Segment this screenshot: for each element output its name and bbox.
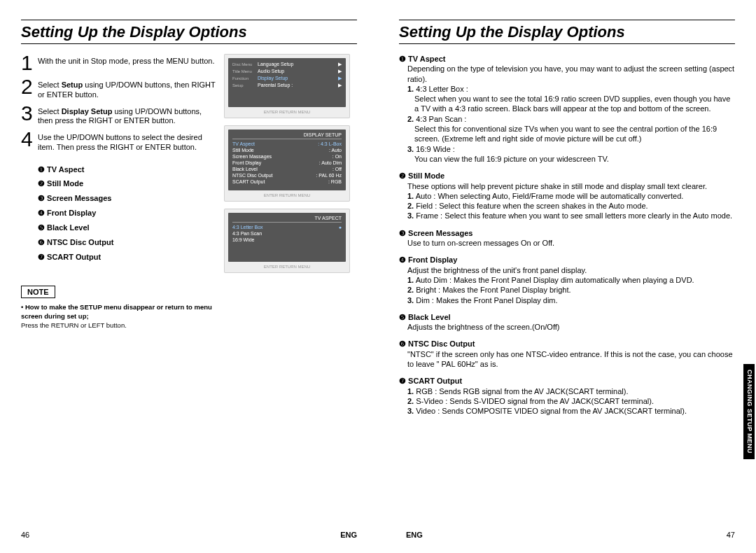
page-title-left: Setting Up the Display Options — [21, 23, 357, 41]
mini-list-item: ❼ SCART Output — [38, 250, 217, 265]
mini-list-item: ❻ NTSC Disc Output — [38, 235, 217, 250]
page-title-right: Setting Up the Display Options — [399, 23, 735, 41]
page-left: Setting Up the Display Options 1With the… — [0, 0, 378, 553]
page-number-left: 46 — [21, 531, 29, 539]
mini-list-item: ❺ Black Level — [38, 220, 217, 235]
option-section: ❸ Screen MessagesUse to turn on-screen m… — [399, 228, 735, 248]
page-number-right: 47 — [727, 531, 735, 539]
screenshot-display-setup: DISPLAY SETUP TV Aspect: 4:3 L-BoxStill … — [224, 125, 350, 202]
note-label: NOTE — [21, 286, 55, 298]
page-right: Setting Up the Display Options ❶ TV Aspe… — [378, 0, 756, 553]
screenshot-setup-menu: Disc MenuTitle MenuFunctionSetup Languag… — [224, 54, 350, 118]
option-section: ❷ Still ModeThese options will help prev… — [399, 171, 735, 220]
mini-list-item: ❶ TV Aspect — [38, 162, 217, 177]
note-text: • How to make the SETUP menu disappear o… — [21, 302, 217, 330]
option-section: ❺ Black LevelAdjusts the brightness of t… — [399, 312, 735, 332]
option-section: ❻ NTSC Disc Output"NTSC" if the screen o… — [399, 339, 735, 369]
option-section: ❼ SCART Output1. RGB : Sends RGB signal … — [399, 376, 735, 416]
mini-list-item: ❹ Front Display — [38, 206, 217, 220]
mini-list-item: ❸ Screen Messages — [38, 191, 217, 206]
step: 4Use the UP/DOWN buttons to select the d… — [21, 130, 217, 153]
mini-list-item: ❷ Still Mode — [38, 176, 217, 191]
lang-label-right: ENG — [406, 531, 423, 539]
screenshot-tv-aspect: TV ASPECT 4:3 Letter Box●4:3 Pan Scan16:… — [224, 209, 350, 273]
step: 3Select Display Setup using UP/DOWN butt… — [21, 104, 217, 127]
step: 1With the unit in Stop mode, press the M… — [21, 54, 217, 74]
title-bar-left: Setting Up the Display Options — [21, 20, 357, 44]
lang-label-left: ENG — [340, 531, 357, 539]
option-section: ❶ TV AspectDepending on the type of tele… — [399, 54, 735, 164]
section-tab: CHANGING SETUP MENU — [743, 364, 755, 459]
option-section: ❹ Front DisplayAdjust the brightness of … — [399, 255, 735, 304]
step: 2Select Setup using UP/DOWN buttons, the… — [21, 78, 217, 100]
title-bar-right: Setting Up the Display Options — [399, 20, 735, 44]
